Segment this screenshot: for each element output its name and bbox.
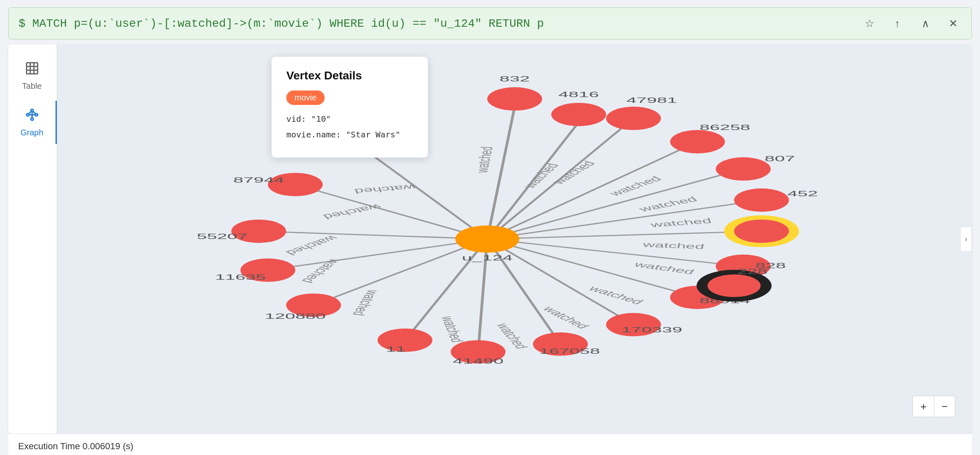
svg-point-59 bbox=[716, 157, 771, 181]
svg-line-11 bbox=[28, 111, 31, 114]
svg-text:4816: 4816 bbox=[558, 90, 599, 99]
svg-text:41490: 41490 bbox=[453, 357, 504, 365]
share-button[interactable]: ↑ bbox=[889, 15, 906, 32]
graph-label: Graph bbox=[21, 128, 44, 137]
svg-point-6 bbox=[31, 109, 33, 112]
svg-text:watched: watched bbox=[438, 316, 467, 343]
svg-point-53 bbox=[487, 87, 542, 111]
zoom-in-button[interactable]: + bbox=[913, 396, 934, 417]
graph-icon bbox=[25, 107, 39, 125]
zoom-controls: + − bbox=[913, 396, 955, 417]
svg-text:228: 228 bbox=[737, 267, 768, 276]
svg-line-12 bbox=[33, 111, 35, 114]
svg-text:832: 832 bbox=[499, 74, 530, 83]
svg-line-20 bbox=[487, 231, 762, 239]
query-bar: $ MATCH p=(u:`user`)-[:watched]->(m:`mov… bbox=[8, 7, 972, 39]
svg-point-7 bbox=[35, 114, 37, 116]
svg-text:watched: watched bbox=[320, 202, 384, 221]
footer: Execution Time 0.006019 (s) bbox=[8, 434, 972, 455]
sidebar-item-table[interactable]: Table bbox=[8, 54, 57, 98]
graph-svg: watched watched watched watched watched … bbox=[58, 44, 972, 434]
svg-point-5 bbox=[26, 114, 29, 116]
svg-text:11635: 11635 bbox=[215, 273, 266, 281]
svg-text:170339: 170339 bbox=[621, 325, 682, 334]
svg-point-64 bbox=[734, 220, 789, 243]
svg-text:87944: 87944 bbox=[233, 176, 284, 184]
vertex-vid: vid: "10" bbox=[286, 114, 413, 124]
svg-text:86258: 86258 bbox=[699, 123, 750, 132]
query-actions: ☆ ↑ ∧ ✕ bbox=[861, 15, 961, 32]
svg-rect-0 bbox=[26, 63, 37, 74]
vertex-tag: movie bbox=[286, 91, 325, 105]
bookmark-button[interactable]: ☆ bbox=[861, 15, 878, 32]
vertex-details-panel: Vertex Details movie vid: "10" movie.nam… bbox=[272, 57, 428, 158]
svg-text:watched: watched bbox=[349, 289, 383, 316]
svg-text:watched: watched bbox=[605, 174, 664, 197]
svg-point-8 bbox=[31, 118, 33, 121]
close-button[interactable]: ✕ bbox=[945, 15, 961, 32]
chevron-right-icon: › bbox=[965, 235, 967, 244]
svg-line-29 bbox=[259, 231, 488, 239]
svg-text:watched: watched bbox=[298, 258, 345, 284]
svg-text:47981: 47981 bbox=[627, 96, 678, 104]
zoom-out-button[interactable]: − bbox=[934, 396, 955, 417]
svg-text:watched: watched bbox=[649, 216, 713, 229]
graph-area[interactable]: watched watched watched watched watched … bbox=[58, 44, 972, 434]
vertex-title: Vertex Details bbox=[286, 69, 413, 82]
right-collapse-button[interactable]: › bbox=[960, 227, 972, 251]
svg-text:807: 807 bbox=[764, 154, 795, 163]
table-label: Table bbox=[22, 81, 42, 91]
query-text: $ MATCH p=(u:`user`)-[:watched]->(m:`mov… bbox=[19, 17, 544, 30]
svg-text:u_124: u_124 bbox=[462, 253, 513, 262]
svg-point-55 bbox=[606, 107, 661, 130]
svg-text:452: 452 bbox=[787, 189, 818, 198]
svg-point-87 bbox=[702, 272, 766, 299]
svg-text:watched: watched bbox=[642, 240, 705, 251]
sidebar: Table Graph bbox=[8, 44, 58, 434]
svg-text:167058: 167058 bbox=[539, 347, 600, 355]
svg-text:watched: watched bbox=[353, 183, 417, 195]
svg-text:watched: watched bbox=[548, 160, 599, 186]
svg-point-49 bbox=[455, 225, 520, 253]
table-icon bbox=[25, 61, 39, 78]
vertex-name: movie.name: "Star Wars" bbox=[286, 130, 413, 139]
main-content: Table Graph bbox=[8, 44, 972, 434]
svg-text:watched: watched bbox=[472, 146, 496, 173]
collapse-button[interactable]: ∧ bbox=[917, 15, 934, 32]
svg-text:11: 11 bbox=[385, 345, 406, 353]
svg-text:55207: 55207 bbox=[197, 232, 248, 241]
svg-text:watched: watched bbox=[283, 234, 342, 257]
svg-text:120880: 120880 bbox=[265, 312, 326, 320]
svg-text:watched: watched bbox=[632, 260, 697, 276]
svg-point-61 bbox=[734, 188, 789, 212]
svg-point-51 bbox=[551, 103, 606, 126]
svg-point-57 bbox=[670, 130, 725, 153]
sidebar-item-graph[interactable]: Graph bbox=[8, 101, 57, 144]
execution-time: Execution Time 0.006019 (s) bbox=[18, 441, 133, 452]
